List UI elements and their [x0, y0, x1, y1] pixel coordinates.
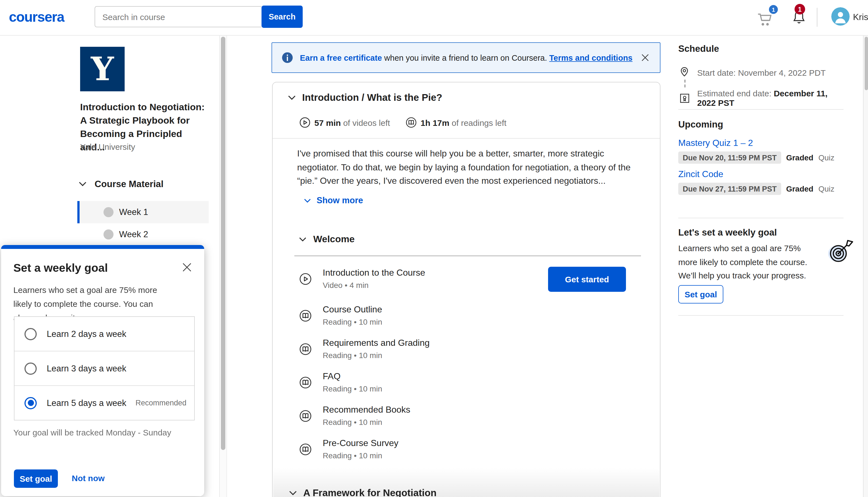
cart-button[interactable]	[757, 11, 774, 27]
chevron-down-icon	[287, 93, 297, 102]
radio-icon[interactable]	[25, 362, 37, 374]
sidebar-scrollbar-thumb[interactable]	[221, 37, 225, 450]
goal-panel-heading: Let's set a weekly goal	[678, 227, 777, 238]
goal-options: Learn 2 days a week Learn 3 days a week …	[14, 316, 195, 421]
coursera-logo[interactable]: coursera	[9, 9, 64, 25]
divider	[273, 138, 660, 139]
lesson-item-course-outline[interactable]: Course Outline Reading • 10 min	[294, 303, 641, 329]
banner-text: Earn a free certificate when you invite …	[300, 53, 633, 62]
certificate-banner: Earn a free certificate when you invite …	[271, 42, 660, 73]
module-header[interactable]: Introduction / What is the Pie?	[287, 92, 442, 103]
notifications-badge: 1	[795, 4, 805, 14]
certificate-icon	[679, 92, 691, 104]
chevron-down-icon	[298, 235, 307, 244]
sidebar-item-week-1[interactable]: Week 1	[77, 201, 209, 223]
due-date-badge: Due Nov 20, 11:59 PM PST	[678, 152, 781, 164]
active-indicator	[77, 201, 79, 223]
sidebar-item-week-2[interactable]: Week 2	[77, 223, 209, 245]
reading-icon	[299, 443, 312, 455]
chevron-down-icon	[303, 196, 312, 205]
divider	[678, 218, 843, 218]
upcoming-meta-row: Due Nov 20, 11:59 PM PST Graded Quiz	[678, 152, 834, 164]
videos-left-stat: 57 min of videos left	[299, 117, 390, 128]
coursera-course-page: coursera Search 1 1	[0, 0, 868, 497]
due-date-badge: Due Nov 27, 11:59 PM PST	[678, 183, 781, 195]
lesson-item-requirements[interactable]: Requirements and Grading Reading • 10 mi…	[294, 337, 641, 363]
modal-title: Set a weekly goal	[13, 261, 108, 274]
divider	[678, 315, 843, 316]
play-circle-icon	[299, 273, 312, 285]
lesson-item-faq[interactable]: FAQ Reading • 10 min	[294, 370, 641, 396]
show-more-button[interactable]: Show more	[303, 196, 363, 205]
reading-icon	[299, 377, 312, 389]
reading-icon	[299, 310, 312, 322]
reading-circle-icon	[406, 117, 417, 128]
panel-set-goal-button[interactable]: Set goal	[678, 285, 723, 303]
user-name[interactable]: Kris	[853, 12, 868, 22]
module-title: Introduction / What is the Pie?	[302, 92, 442, 103]
lesson-item-intro-video[interactable]: Introduction to the Course Video • 4 min…	[294, 267, 641, 292]
end-date: Estimated end date: December 11, 2022 PS…	[697, 88, 843, 108]
goal-option-5-days[interactable]: Learn 5 days a week Recommended	[14, 385, 194, 420]
welcome-label: Welcome	[313, 234, 355, 245]
banner-close-icon[interactable]	[641, 53, 650, 62]
lesson-item-pre-course-survey[interactable]: Pre-Course Survey Reading • 10 min	[294, 437, 641, 463]
upcoming-link-mastery-quiz[interactable]: Mastery Quiz 1 – 2	[678, 138, 753, 148]
info-icon	[281, 52, 293, 63]
week-status-icon	[103, 207, 114, 217]
course-material-header[interactable]: Course Material	[78, 179, 164, 189]
modal-accent-bar	[1, 245, 204, 249]
search-input[interactable]	[94, 6, 262, 27]
module-card: Introduction / What is the Pie? 57 min o…	[272, 82, 660, 497]
get-started-button[interactable]: Get started	[548, 267, 626, 292]
course-info-panel: Schedule Start date: November 4, 2022 PD…	[678, 35, 843, 497]
target-icon	[826, 237, 855, 266]
course-university: Yale University	[80, 142, 135, 152]
modal-set-goal-button[interactable]: Set goal	[14, 469, 58, 488]
close-icon[interactable]	[181, 262, 192, 273]
upcoming-link-zincit-code[interactable]: Zincit Code	[678, 169, 723, 179]
readings-left-stat: 1h 17m of readings left	[406, 117, 506, 128]
reading-icon	[299, 410, 312, 422]
avatar[interactable]	[831, 7, 850, 26]
cart-icon	[757, 11, 774, 27]
radio-checked-icon[interactable]	[25, 397, 37, 409]
location-pin-icon	[678, 66, 691, 79]
upcoming-heading: Upcoming	[678, 119, 723, 130]
start-date-row: Start date: November 4, 2022 PDT	[678, 66, 826, 79]
next-module-title: A Framework for Negotiation	[303, 487, 437, 497]
page-scrollbar	[863, 22, 868, 497]
search-button[interactable]: Search	[262, 5, 303, 28]
divider	[678, 109, 843, 110]
reading-icon	[299, 343, 312, 355]
end-date-row: Estimated end date: December 11, 2022 PS…	[679, 88, 843, 108]
page-scrollbar-thumb[interactable]	[864, 37, 868, 90]
play-circle-icon	[299, 117, 310, 128]
radio-icon[interactable]	[25, 328, 37, 340]
divider	[294, 256, 641, 256]
top-navbar: coursera Search 1 1	[0, 0, 868, 36]
sidebar-scrollbar	[220, 35, 227, 497]
header-divider	[817, 8, 818, 27]
not-now-button[interactable]: Not now	[72, 473, 105, 483]
goal-panel-body: Learners who set a goal are 75% more lik…	[678, 242, 820, 283]
cart-badge: 1	[769, 5, 778, 14]
weekly-goal-modal: Set a weekly goal Learners who set a goa…	[1, 245, 204, 496]
goal-option-3-days[interactable]: Learn 3 days a week	[14, 351, 194, 385]
next-module-header[interactable]: A Framework for Negotiation	[288, 487, 437, 497]
recommended-tag: Recommended	[135, 399, 187, 407]
start-date: Start date: November 4, 2022 PDT	[697, 68, 826, 77]
week-status-icon	[103, 229, 114, 239]
lesson-item-recommended-books[interactable]: Recommended Books Reading • 10 min	[294, 404, 641, 429]
terms-link[interactable]: Terms and conditions	[549, 53, 632, 62]
chevron-down-icon	[78, 179, 87, 189]
module-stats: 57 min of videos left 1h 17m of readings…	[299, 117, 506, 128]
timeline-connector	[685, 80, 686, 87]
upcoming-meta-row: Due Nov 27, 11:59 PM PST Graded Quiz	[678, 183, 834, 195]
welcome-section-header[interactable]: Welcome	[298, 234, 355, 245]
schedule-heading: Schedule	[678, 43, 719, 54]
module-description: I've promised that this course will help…	[297, 147, 640, 188]
goal-option-2-days[interactable]: Learn 2 days a week	[14, 317, 194, 351]
yale-logo: Y	[80, 47, 124, 91]
goal-tracking-note: Your goal will be tracked Monday - Sunda…	[13, 428, 171, 437]
